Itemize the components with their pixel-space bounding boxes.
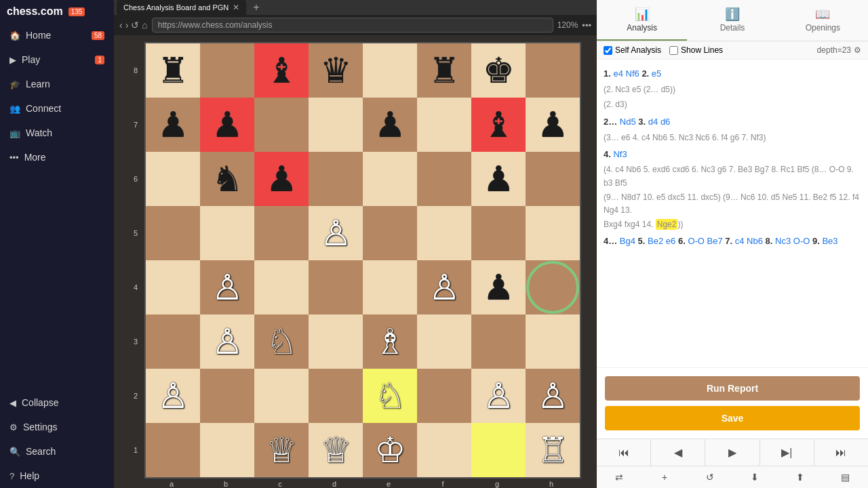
board-cell[interactable]: ♘ [363, 369, 417, 423]
self-analysis-checkbox-label[interactable]: Self Analysis [604, 45, 661, 55]
board-cell[interactable] [309, 260, 363, 314]
reset-button[interactable]: ↺ [687, 469, 732, 485]
save-button[interactable]: Save [605, 406, 860, 430]
board-cell[interactable] [363, 206, 417, 260]
board-cell[interactable]: 4 [146, 260, 200, 314]
show-lines-checkbox-label[interactable]: Show Lines [669, 45, 723, 55]
board-cell[interactable]: ♟ [471, 260, 526, 314]
menu-button[interactable]: ▤ [823, 469, 868, 485]
sidebar-item-learn[interactable]: 🎓 Learn [0, 72, 114, 96]
sidebar-item-search[interactable]: 🔍 Search [0, 439, 114, 464]
board-cell[interactable] [309, 369, 363, 423]
board-cell[interactable]: ♟ [363, 98, 417, 152]
board-cell[interactable]: 1 [146, 423, 200, 477]
board-cell[interactable] [417, 98, 471, 152]
board-cell[interactable]: ♛ [309, 43, 363, 98]
board-cell[interactable]: ♗ [363, 314, 417, 369]
board-cell[interactable]: ♞ [200, 152, 254, 206]
nav-prev-button[interactable]: ◀ [651, 439, 705, 466]
board-cell[interactable] [417, 152, 471, 206]
board-cell[interactable] [254, 206, 309, 260]
browser-menu-button[interactable]: ••• [582, 20, 591, 30]
board-cell[interactable] [526, 260, 580, 314]
board-cell[interactable] [254, 260, 309, 314]
depth-settings-button[interactable]: ⚙ [854, 45, 861, 55]
board-cell[interactable] [309, 314, 363, 369]
forward-button[interactable]: › [125, 20, 129, 30]
board-cell[interactable]: ♟ [471, 152, 526, 206]
board-cell[interactable] [526, 314, 580, 369]
nav-play-button[interactable]: ▶ [705, 439, 760, 466]
board-cell[interactable]: ♙ [200, 314, 254, 369]
active-tab[interactable]: Chess Analysis Board and PGN ✕ [117, 0, 246, 15]
board-cell[interactable] [363, 152, 417, 206]
reload-button[interactable]: ↺ [131, 20, 139, 30]
board-cell[interactable] [254, 98, 309, 152]
board-cell[interactable]: ♙ [526, 369, 580, 423]
board-cell[interactable]: ♟ [254, 152, 309, 206]
nav-last-button[interactable]: ⏭ [814, 439, 868, 466]
sidebar-item-more[interactable]: ••• More [0, 145, 114, 169]
board-cell[interactable]: ♝ [471, 98, 526, 152]
board-cell[interactable] [417, 314, 471, 369]
moves-panel[interactable]: 1. e4 Nf6 2. e5 (2. Nc3 e5 (2… d5)) (2. … [597, 60, 868, 367]
home-button[interactable]: ⌂ [142, 20, 147, 30]
tab-openings[interactable]: 📖 Openings [778, 0, 868, 41]
sidebar-item-watch[interactable]: 📺 Watch [0, 121, 114, 145]
board-cell[interactable]: ♟7 [146, 98, 200, 152]
board-cell[interactable]: ♟ [200, 98, 254, 152]
board-cell[interactable]: ♙2 [146, 369, 200, 423]
sidebar-item-connect[interactable]: 👥 Connect [0, 96, 114, 121]
sidebar-item-play[interactable]: ▶ Play 1 [0, 47, 114, 72]
nav-next-button[interactable]: ▶| [760, 439, 814, 466]
sidebar-item-home[interactable]: 🏠 Home 58 [0, 23, 114, 47]
board-cell[interactable] [363, 43, 417, 98]
board-cell[interactable] [417, 369, 471, 423]
board-cell[interactable]: ♕ [309, 423, 363, 477]
board-cell[interactable] [526, 206, 580, 260]
board-cell[interactable] [417, 423, 471, 477]
sidebar-item-settings[interactable]: ⚙ Settings [0, 415, 114, 439]
board-cell[interactable] [254, 369, 309, 423]
board-cell[interactable] [526, 152, 580, 206]
tab-analysis[interactable]: 📊 Analysis [597, 0, 687, 41]
sidebar-item-help[interactable]: ? Help [0, 464, 114, 488]
board-cell[interactable] [200, 423, 254, 477]
board-cell[interactable]: ♙ [471, 369, 526, 423]
board-cell[interactable]: ♜ [417, 43, 471, 98]
board-cell[interactable]: ♖ [526, 423, 580, 477]
tab-details[interactable]: ℹ️ Details [687, 0, 777, 41]
sidebar-item-collapse[interactable]: ◀ Collapse [0, 390, 114, 415]
board-cell[interactable] [471, 206, 526, 260]
board-cell[interactable]: ♙ [417, 260, 471, 314]
board-cell[interactable] [471, 423, 526, 477]
chess-board[interactable]: ♜8♝♛♜♚♟7♟♟♝♟6♞♟♟5♙4♙♙♟3♙♘♗♙2♘♙♙1♕♕♔♖ [144, 42, 581, 479]
board-cell[interactable] [363, 260, 417, 314]
run-report-button[interactable]: Run Report [605, 376, 860, 401]
board-cell[interactable]: ♙ [309, 206, 363, 260]
add-button[interactable]: + [642, 469, 688, 485]
board-cell[interactable]: ♜8 [146, 43, 200, 98]
board-cell[interactable]: ♘ [254, 314, 309, 369]
address-bar[interactable] [152, 18, 553, 33]
flip-board-button[interactable]: ⇄ [597, 469, 642, 485]
show-lines-checkbox[interactable] [669, 46, 678, 55]
board-cell[interactable]: ♝ [254, 43, 309, 98]
board-cell[interactable] [200, 369, 254, 423]
board-cell[interactable] [417, 206, 471, 260]
board-cell[interactable] [309, 152, 363, 206]
back-button[interactable]: ‹ [119, 20, 123, 30]
download-button[interactable]: ⬇ [732, 469, 778, 485]
board-cell[interactable]: ♙ [200, 260, 254, 314]
new-tab-button[interactable]: + [249, 1, 263, 14]
self-analysis-checkbox[interactable] [604, 46, 612, 55]
board-cell[interactable]: ♚ [471, 43, 526, 98]
board-cell[interactable]: 5 [146, 206, 200, 260]
board-cell[interactable] [200, 43, 254, 98]
board-cell[interactable] [526, 43, 580, 98]
board-cell[interactable]: 3 [146, 314, 200, 369]
board-cell[interactable]: ♟ [526, 98, 580, 152]
board-cell[interactable]: ♔ [363, 423, 417, 477]
board-cell[interactable] [471, 314, 526, 369]
board-cell[interactable] [309, 98, 363, 152]
